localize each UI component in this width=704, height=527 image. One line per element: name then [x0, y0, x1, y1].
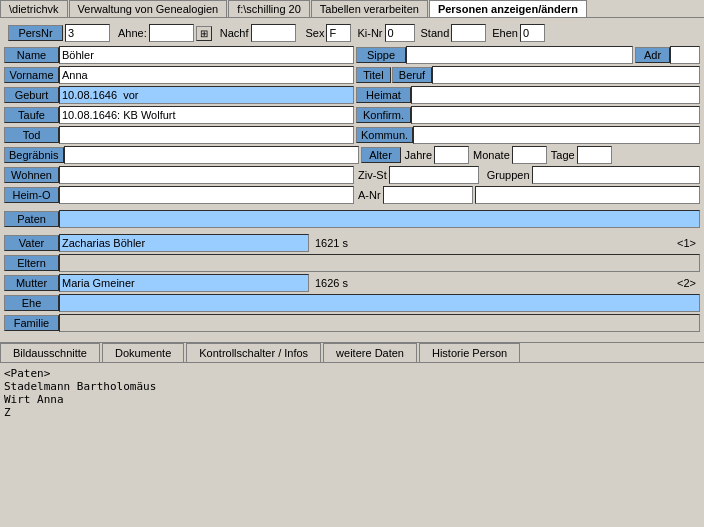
ahne-input[interactable]	[149, 24, 194, 42]
paten-field[interactable]	[59, 210, 700, 228]
familie-field	[59, 314, 700, 332]
mutter-ref: <2>	[677, 277, 696, 289]
beruf-button[interactable]: Beruf	[392, 67, 432, 83]
heimat-button[interactable]: Heimat	[356, 87, 411, 103]
ahne-label: Ahne:	[118, 27, 147, 39]
ehen-label: Ehen	[492, 27, 518, 39]
sex-label: Sex	[306, 27, 325, 39]
tod-input[interactable]	[59, 126, 354, 144]
name-button[interactable]: Name	[4, 47, 59, 63]
mutter-row: Mutter 1626 s <2>	[4, 274, 700, 292]
wohnen-row: Wohnen Ziv-St Gruppen	[4, 166, 700, 184]
gruppen-input[interactable]	[532, 166, 700, 184]
tab-bildausschnitte[interactable]: Bildausschnitte	[0, 343, 100, 362]
adr-input[interactable]	[670, 46, 700, 64]
tab-dietrichvk[interactable]: \dietrichvk	[0, 0, 68, 17]
nachf-input[interactable]	[251, 24, 296, 42]
vater-ref: <1>	[677, 237, 696, 249]
begraebnis-button[interactable]: Begräbnis	[4, 147, 64, 163]
ehe-field[interactable]	[59, 294, 700, 312]
vorname-button[interactable]: Vorname	[4, 67, 59, 83]
vater-input[interactable]	[59, 234, 309, 252]
tage-label: Tage	[551, 149, 575, 161]
name-input[interactable]	[59, 46, 354, 64]
tab-verwaltung[interactable]: Verwaltung von Genealogien	[69, 0, 228, 17]
ehe-row-button[interactable]: Ehe	[4, 295, 59, 311]
bottom-tab-bar: Bildausschnitte Dokumente Kontrollschalt…	[0, 342, 704, 362]
tab-weitere-daten[interactable]: weitere Daten	[323, 343, 417, 362]
ehen-input[interactable]	[520, 24, 545, 42]
anr-input[interactable]	[383, 186, 473, 204]
tod-row: Tod Kommun.	[4, 126, 700, 144]
vorname-row: Vorname Titel Beruf	[4, 66, 700, 84]
titel-button[interactable]: Titel	[356, 67, 391, 83]
tab-bar: \dietrichvk Verwaltung von Genealogien f…	[0, 0, 704, 18]
persnr-row: PersNr Ahne: ⊞ Nachf Sex Ki-Nr Stand Ehe…	[4, 22, 700, 44]
vater-row: Vater 1621 s <1>	[4, 234, 700, 252]
wohnen-button[interactable]: Wohnen	[4, 167, 59, 183]
jahre-input[interactable]	[434, 146, 469, 164]
heimo-button[interactable]: Heim-O	[4, 187, 59, 203]
grid-icon[interactable]: ⊞	[196, 26, 212, 41]
tab-personen[interactable]: Personen anzeigen/ändern	[429, 0, 587, 17]
status-area: <Paten> Stadelmann Bartholomäus Wirt Ann…	[0, 362, 704, 423]
zivst-label: Ziv-St	[358, 169, 387, 181]
zivst-input[interactable]	[389, 166, 479, 184]
anr-label: A-Nr	[358, 189, 381, 201]
paten-button[interactable]: Paten	[4, 211, 59, 227]
stand-input[interactable]	[451, 24, 486, 42]
kommun-button[interactable]: Kommun.	[356, 127, 413, 143]
mutter-button[interactable]: Mutter	[4, 275, 59, 291]
nachf-label: Nachf	[220, 27, 249, 39]
konfirm-button[interactable]: Konfirm.	[356, 107, 411, 123]
mutter-input[interactable]	[59, 274, 309, 292]
tab-historie[interactable]: Historie Person	[419, 343, 520, 362]
geburt-button[interactable]: Geburt	[4, 87, 59, 103]
sippe-input[interactable]	[406, 46, 633, 64]
eltern-field	[59, 254, 700, 272]
heimo-row: Heim-O A-Nr	[4, 186, 700, 204]
tab-tabellen[interactable]: Tabellen verarbeiten	[311, 0, 428, 17]
tod-button[interactable]: Tod	[4, 127, 59, 143]
ehe-row: Ehe	[4, 294, 700, 312]
vater-year: 1621 s	[315, 237, 348, 249]
tab-dokumente[interactable]: Dokumente	[102, 343, 184, 362]
kinr-input[interactable]	[385, 24, 415, 42]
vater-button[interactable]: Vater	[4, 235, 59, 251]
sex-input[interactable]	[326, 24, 351, 42]
vorname-input[interactable]	[59, 66, 354, 84]
eltern-button[interactable]: Eltern	[4, 255, 59, 271]
heimo-input[interactable]	[59, 186, 354, 204]
mutter-year: 1626 s	[315, 277, 348, 289]
status-text: <Paten> Stadelmann Bartholomäus Wirt Ann…	[4, 367, 700, 419]
taufe-row: Taufe Konfirm.	[4, 106, 700, 124]
familie-row: Familie	[4, 314, 700, 332]
anr2-input[interactable]	[475, 186, 700, 204]
name-row: Name Sippe Adr	[4, 46, 700, 64]
stand-label: Stand	[421, 27, 450, 39]
konfirm-input[interactable]	[411, 106, 700, 124]
tab-kontrollschalter[interactable]: Kontrollschalter / Infos	[186, 343, 321, 362]
taufe-button[interactable]: Taufe	[4, 107, 59, 123]
eltern-row: Eltern	[4, 254, 700, 272]
gruppen-label: Gruppen	[487, 169, 530, 181]
taufe-input[interactable]	[59, 106, 354, 124]
persnr-button[interactable]: PersNr	[8, 25, 63, 41]
geburt-input[interactable]	[59, 86, 354, 104]
adr-button[interactable]: Adr	[635, 47, 670, 63]
begraebnis-row: Begräbnis Alter Jahre Monate Tage	[4, 146, 700, 164]
tage-input[interactable]	[577, 146, 612, 164]
familie-button[interactable]: Familie	[4, 315, 59, 331]
tab-schilling[interactable]: f:\schilling 20	[228, 0, 310, 17]
kommun-input[interactable]	[413, 126, 700, 144]
heimat-input[interactable]	[411, 86, 700, 104]
wohnen-input[interactable]	[59, 166, 354, 184]
begraebnis-input[interactable]	[64, 146, 359, 164]
monate-input[interactable]	[512, 146, 547, 164]
geburt-row: Geburt Heimat	[4, 86, 700, 104]
beruf-input[interactable]	[432, 66, 700, 84]
persnr-input[interactable]	[65, 24, 110, 42]
sippe-button[interactable]: Sippe	[356, 47, 406, 63]
paten-row: Paten	[4, 210, 700, 228]
alter-button[interactable]: Alter	[361, 147, 401, 163]
